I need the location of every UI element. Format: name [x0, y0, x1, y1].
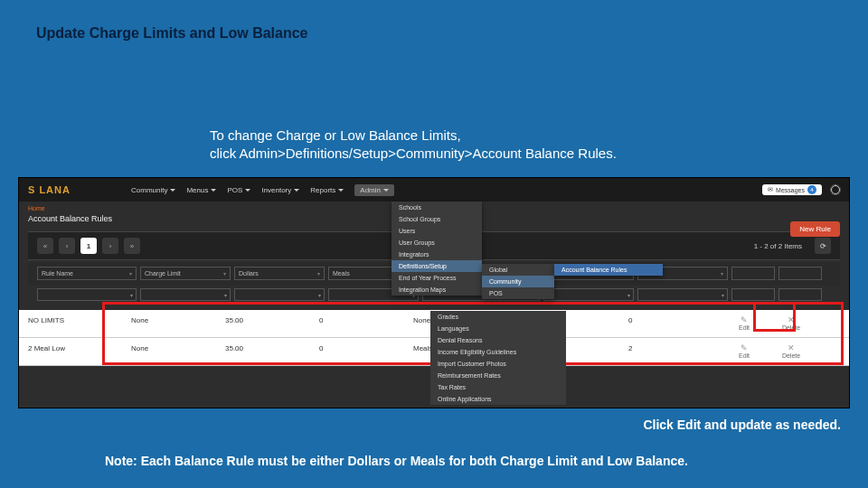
x-icon: ✕ — [769, 344, 813, 352]
flyout-tax-rates[interactable]: Tax Rates — [430, 381, 566, 393]
cell-lb-meals: 2 — [628, 344, 719, 359]
messages-button[interactable]: ✉ Messages 4 — [762, 184, 822, 195]
admin-definitions-setup[interactable]: Definitions/Setup — [392, 260, 482, 272]
cell-dollars: 35.00 — [225, 344, 316, 359]
topbar-right: ✉ Messages 4 — [762, 184, 840, 195]
flyout-reimbursement-rates[interactable]: Reimbursement Rates — [430, 370, 566, 381]
col-rule-name[interactable]: Rule Name▾ — [37, 267, 137, 280]
messages-count: 4 — [807, 185, 816, 194]
definitions-submenu: Global Community POS — [482, 264, 554, 299]
nav-community[interactable]: Community — [131, 186, 175, 194]
top-nav: Community Menus POS Inventory Reports Ad… — [131, 184, 750, 196]
instruction-text: To change Charge or Low Balance Limits, … — [210, 127, 617, 164]
x-icon: ✕ — [769, 316, 813, 324]
cell-meals: 0 — [319, 344, 410, 359]
new-rule-button[interactable]: New Rule — [790, 221, 840, 237]
col-charge-limit[interactable]: Charge Limit▾ — [140, 267, 231, 280]
pager-count: 1 - 2 of 2 Items — [754, 242, 802, 250]
flyout-import-customer-photos[interactable]: Import Customer Photos — [430, 358, 566, 370]
filter-dollars-2[interactable]: ▾ — [543, 288, 634, 301]
delete-button[interactable]: ✕Delete — [769, 316, 813, 331]
admin-user-groups[interactable]: User Groups — [392, 237, 482, 249]
instruction-line-1: To change Charge or Low Balance Limits, — [210, 127, 617, 145]
envelope-icon: ✉ — [768, 186, 773, 193]
caption-edit: Click Edit and update as needed. — [643, 418, 841, 432]
topbar: S LANA Community Menus POS Inventory Rep… — [19, 178, 849, 202]
delete-button[interactable]: ✕Delete — [769, 344, 813, 359]
app-screenshot: S LANA Community Menus POS Inventory Rep… — [18, 177, 850, 408]
nav-admin[interactable]: Admin — [354, 184, 394, 196]
admin-integration-maps[interactable]: Integration Maps — [392, 284, 482, 296]
admin-integrators[interactable]: Integrators — [392, 249, 482, 260]
cell-meals: 0 — [319, 316, 410, 331]
filter-spacer-2 — [778, 288, 822, 301]
slide-title: Update Charge Limits and Low Balance — [36, 25, 308, 42]
flyout-online-applications[interactable]: Online Applications — [430, 393, 566, 405]
app-logo: S LANA — [28, 184, 118, 195]
nav-pos[interactable]: POS — [227, 186, 250, 194]
caption-note: Note: Each Balance Rule must be either D… — [105, 454, 688, 468]
community-flyout: Account Balance Rules — [554, 264, 663, 276]
messages-label: Messages — [776, 187, 805, 193]
col-dollars-1[interactable]: Dollars▾ — [234, 267, 325, 280]
pager-next[interactable]: › — [102, 238, 118, 254]
pager-first[interactable]: « — [37, 238, 53, 254]
admin-users[interactable]: Users — [392, 225, 482, 237]
filter-rule-name[interactable]: ▾ — [37, 288, 137, 301]
cell-rule-name: 2 Meal Low — [28, 344, 127, 359]
pencil-icon: ✎ — [722, 316, 766, 324]
pager-prev[interactable]: ‹ — [59, 238, 75, 254]
cell-rule-name: NO LIMITS — [28, 316, 127, 331]
cell-dollars: 35.00 — [225, 316, 316, 331]
nav-inventory[interactable]: Inventory — [261, 186, 299, 194]
col-delete — [778, 267, 822, 280]
admin-eoy[interactable]: End of Year Process — [392, 272, 482, 284]
gear-icon[interactable] — [831, 185, 840, 194]
filter-dollars-1[interactable]: ▾ — [234, 288, 325, 301]
edit-button[interactable]: ✎Edit — [722, 316, 766, 331]
defs-community[interactable]: Community — [482, 276, 554, 287]
nav-menus[interactable]: Menus — [186, 186, 216, 194]
flyout-account-balance-rules[interactable]: Account Balance Rules — [554, 264, 663, 276]
filter-charge-limit[interactable]: ▾ — [140, 288, 231, 301]
admin-school-groups[interactable]: School Groups — [392, 213, 482, 225]
cell-charge-limit: None — [131, 344, 222, 359]
admin-dropdown: Schools School Groups Users User Groups … — [392, 202, 482, 296]
chevron-down-icon — [338, 189, 344, 192]
flyout-grades[interactable]: Grades — [430, 311, 566, 323]
defs-pos[interactable]: POS — [482, 287, 554, 299]
flyout-income-eligibility[interactable]: Income Eligibility Guidelines — [430, 346, 566, 358]
community-flyout-rest: Grades Languages Denial Reasons Income E… — [430, 311, 566, 405]
edit-button[interactable]: ✎Edit — [722, 344, 766, 359]
chevron-down-icon — [211, 189, 216, 192]
admin-schools[interactable]: Schools — [392, 202, 482, 213]
refresh-button[interactable]: ⟳ — [815, 238, 831, 254]
cell-lb-meals: 0 — [628, 316, 719, 331]
nav-reports[interactable]: Reports — [310, 186, 344, 194]
col-edit — [731, 267, 775, 280]
chevron-down-icon — [383, 189, 389, 192]
cell-charge-limit: None — [131, 316, 222, 331]
instruction-line-2: click Admin>Definitions/Setup>Community>… — [210, 145, 617, 163]
chevron-down-icon — [245, 189, 250, 192]
filter-spacer-1 — [731, 288, 775, 301]
filter-meals-2[interactable]: ▾ — [637, 288, 728, 301]
flyout-denial-reasons[interactable]: Denial Reasons — [430, 334, 566, 346]
pencil-icon: ✎ — [722, 344, 766, 352]
pager-current: 1 — [80, 238, 97, 254]
flyout-languages[interactable]: Languages — [430, 323, 566, 334]
defs-global[interactable]: Global — [482, 264, 554, 276]
pager-last[interactable]: » — [124, 238, 140, 254]
chevron-down-icon — [170, 189, 175, 192]
chevron-down-icon — [294, 189, 299, 192]
